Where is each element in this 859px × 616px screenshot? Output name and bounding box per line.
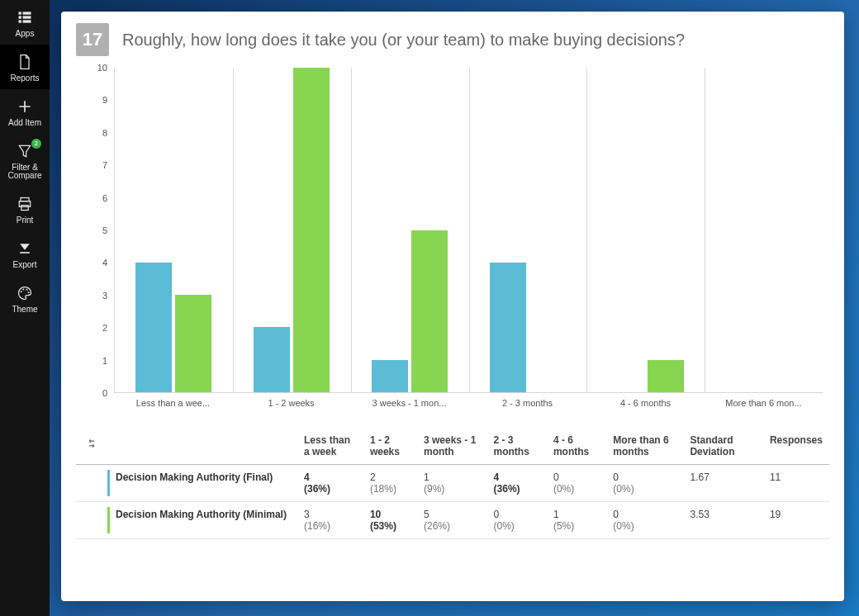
document-icon <box>16 53 34 71</box>
table-header: 2 - 3 months <box>487 428 547 465</box>
y-tick: 8 <box>83 128 107 138</box>
svg-rect-9 <box>20 252 30 254</box>
table-row: Decision Making Authority (Minimal)3(16%… <box>76 502 829 539</box>
table-header: 1 - 2 weeks <box>363 428 417 465</box>
main: 17 Roughly, how long does it take you (o… <box>50 0 859 616</box>
table-header: 4 - 6 months <box>547 428 606 465</box>
table-cell: 3(16%) <box>297 502 363 539</box>
y-tick: 2 <box>83 323 107 333</box>
x-label: Less than a wee... <box>114 393 232 413</box>
sidebar-item-filter[interactable]: 2 Filter & Compare <box>0 134 50 187</box>
data-table: Less than a week1 - 2 weeks3 weeks - 1 m… <box>76 428 829 539</box>
y-tick: 5 <box>83 225 107 235</box>
x-label: 4 - 6 months <box>586 393 705 413</box>
plus-icon <box>16 97 34 116</box>
sidebar-item-apps[interactable]: Apps <box>0 0 50 45</box>
y-tick: 3 <box>83 291 107 301</box>
svg-point-12 <box>26 289 28 291</box>
svg-point-11 <box>22 288 24 290</box>
responses-cell: 19 <box>763 502 829 539</box>
bar[interactable] <box>293 68 330 392</box>
y-tick: 4 <box>83 258 107 268</box>
y-tick: 9 <box>83 95 107 105</box>
stddev-cell: 3.53 <box>683 502 762 539</box>
sidebar-item-label: Apps <box>16 30 35 38</box>
row-label: Decision Making Authority (Final) <box>107 465 297 502</box>
table-cell: 0(0%) <box>487 502 547 539</box>
sidebar-item-theme[interactable]: Theme <box>0 276 50 320</box>
table-cell: 1(5%) <box>547 502 606 539</box>
question-number: 17 <box>76 23 109 56</box>
sidebar-item-label: Print <box>17 216 34 225</box>
table-cell: 4(36%) <box>487 465 547 502</box>
bar[interactable] <box>135 263 172 392</box>
table-cell: 5(26%) <box>417 502 487 539</box>
filter-badge: 2 <box>31 139 41 149</box>
sidebar-item-label: Filter & Compare <box>0 163 50 180</box>
svg-point-10 <box>21 291 22 292</box>
svg-rect-0 <box>19 12 21 14</box>
svg-point-13 <box>28 291 30 293</box>
print-icon <box>16 195 34 213</box>
chart-category <box>351 68 469 392</box>
table-cell: 0(0%) <box>547 465 606 502</box>
bar[interactable] <box>175 295 211 392</box>
svg-rect-5 <box>23 20 31 22</box>
sidebar-item-label: Export <box>13 261 37 269</box>
sidebar-item-label: Add Item <box>8 119 41 127</box>
table-cell: 0(0%) <box>606 502 683 539</box>
sidebar-item-label: Reports <box>10 74 39 83</box>
y-tick: 7 <box>83 160 107 170</box>
sidebar-item-print[interactable]: Print <box>0 187 50 231</box>
table-cell: 0(0%) <box>606 465 683 502</box>
table-row: Decision Making Authority (Final)4(36%)2… <box>76 465 829 502</box>
chart-category <box>468 68 586 392</box>
question-title: Roughly, how long does it take you (or y… <box>122 31 685 50</box>
bar[interactable] <box>648 360 684 392</box>
svg-rect-1 <box>23 12 31 14</box>
palette-icon <box>16 284 34 302</box>
swap-axes-icon[interactable] <box>83 434 101 455</box>
row-label: Decision Making Authority (Minimal) <box>107 502 297 539</box>
x-label: More than 6 mon... <box>705 393 823 413</box>
stddev-cell: 1.67 <box>683 465 762 502</box>
sidebar-item-label: Theme <box>12 306 37 314</box>
chart-category <box>115 68 233 392</box>
sidebar-item-add[interactable]: Add Item <box>0 89 50 134</box>
sidebar-item-export[interactable]: Export <box>0 231 50 276</box>
responses-cell: 11 <box>763 465 829 502</box>
table-cell: 2(18%) <box>363 465 417 502</box>
chart-category <box>233 68 351 392</box>
table-header: More than 6 months <box>606 428 683 465</box>
sidebar: Apps Reports Add Item 2 Filter & Compare… <box>0 0 50 616</box>
sidebar-item-reports[interactable]: Reports <box>0 45 50 89</box>
table-cell: 1(9%) <box>417 465 487 502</box>
bar[interactable] <box>411 230 448 393</box>
x-label: 2 - 3 months <box>468 393 586 413</box>
table-header: Less than a week <box>297 428 363 465</box>
chart: 012345678910Less than a wee...1 - 2 week… <box>76 63 829 413</box>
svg-rect-4 <box>19 20 21 22</box>
question-header: 17 Roughly, how long does it take you (o… <box>76 12 829 63</box>
bar[interactable] <box>490 263 526 392</box>
bar[interactable] <box>372 360 408 392</box>
question-card: 17 Roughly, how long does it take you (o… <box>61 12 844 601</box>
y-tick: 10 <box>83 63 107 73</box>
y-tick: 6 <box>83 193 107 203</box>
y-tick: 1 <box>83 356 107 366</box>
export-icon <box>16 239 34 258</box>
chart-category <box>586 68 705 392</box>
y-tick: 0 <box>83 388 107 398</box>
x-label: 3 weeks - 1 mon... <box>350 393 468 413</box>
table-cell: 4(36%) <box>297 465 363 502</box>
x-label: 1 - 2 weeks <box>232 393 350 413</box>
svg-rect-8 <box>21 206 28 211</box>
svg-rect-2 <box>19 16 21 18</box>
apps-icon <box>16 8 34 26</box>
table-cell: 10(53%) <box>363 502 417 539</box>
svg-rect-3 <box>23 16 31 18</box>
table-header: Responses <box>763 428 829 465</box>
bar[interactable] <box>254 327 290 392</box>
table-header: 3 weeks - 1 month <box>417 428 487 465</box>
chart-category <box>705 68 823 392</box>
